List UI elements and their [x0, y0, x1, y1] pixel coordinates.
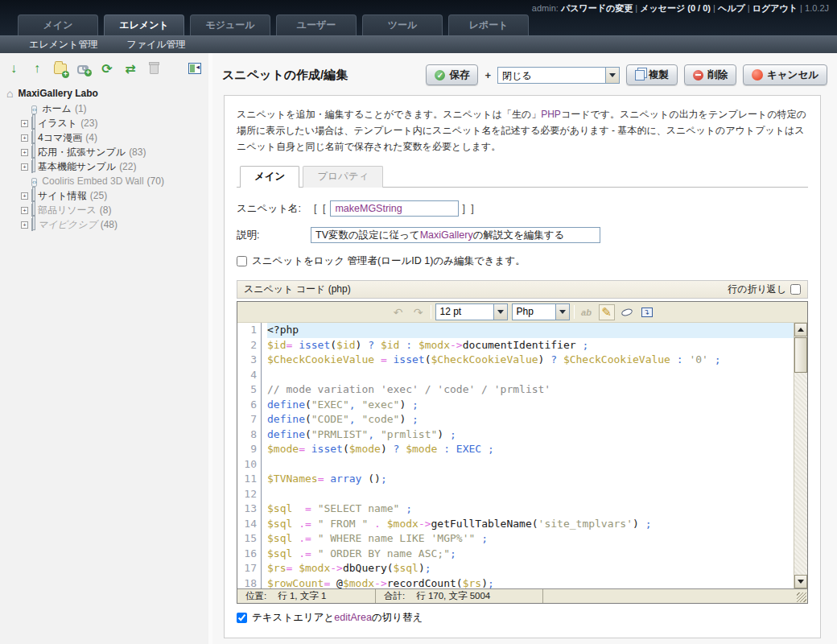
line-content: $rowCount= @$modx->recordCount($rs); [267, 576, 794, 589]
collapse-tree-icon[interactable]: ↑ [30, 61, 44, 76]
expand-tree-icon[interactable]: ↓ [6, 61, 21, 76]
expander-icon[interactable]: + [21, 149, 28, 156]
scrollbar-thumb[interactable] [794, 337, 807, 373]
tree-item[interactable]: +4コマ漫画(4) [6, 130, 205, 145]
redo-icon: ↷ [410, 304, 427, 320]
code-line[interactable]: 6define("EXEC", "exec") ; [237, 398, 794, 413]
go-to-line-icon[interactable]: ↴ [639, 304, 655, 320]
collapse-panel-icon[interactable] [188, 61, 202, 76]
code-line[interactable]: 8define("PRMLIST", "prmlist") ; [237, 427, 794, 443]
vertical-scrollbar[interactable] [794, 323, 807, 588]
code-line[interactable]: 15$sql .= " WHERE name LIKE 'MGP%'" ; [237, 531, 794, 547]
rehighlight-icon[interactable]: ✎ [599, 304, 615, 320]
line-content: // mode variation 'exec' / 'code' / 'prm… [267, 382, 794, 398]
separator: | [745, 3, 752, 13]
tree-item[interactable]: +応用・拡張サンプル(83) [6, 145, 205, 159]
delete-button[interactable]: 削除 [684, 64, 736, 85]
nav-tab-モジュール[interactable]: モジュール [190, 14, 270, 35]
lock-snippet-label: スニペットをロック 管理者(ロールID 1)のみ編集できます。 [252, 254, 526, 268]
position-label: 位置: [245, 590, 266, 602]
scroll-down-icon[interactable] [794, 575, 807, 588]
bracket-open: [ [ [314, 203, 327, 214]
code-line[interactable]: 16$sql .= " ORDER BY name ASC;"; [237, 547, 794, 562]
change-password-link[interactable]: パスワードの変更 [561, 3, 633, 13]
editarea-toggle-checkbox[interactable] [237, 613, 247, 623]
tree-items: ‹›ホーム(1)+イラスト(23)+4コマ漫画(4)+応用・拡張サンプル(83)… [6, 101, 205, 232]
editor-body[interactable]: 1<?php2$id= isset($id) ? $id : $modx->do… [237, 323, 807, 588]
line-content: $sql .= " WHERE name LIKE 'MGP%'" ; [267, 531, 794, 547]
subnav-item-ファイル管理[interactable]: ファイル管理 [126, 38, 185, 52]
expander-icon[interactable]: + [21, 221, 28, 229]
code-line[interactable]: 2$id= isset($id) ? $id : $modx->document… [237, 338, 794, 353]
tab-プロパティ[interactable]: プロパティ [303, 166, 383, 188]
code-section-title: スニペット コード (php) [244, 283, 351, 296]
expander-icon[interactable]: + [21, 163, 28, 171]
syntax-select[interactable]: Php [512, 303, 570, 320]
code-line[interactable]: 14$sql .= " FROM " . $modx->getFullTable… [237, 517, 794, 532]
nav-tab-エレメント[interactable]: エレメント [104, 14, 184, 35]
tree-item[interactable]: ‹›ホーム(1) [6, 101, 205, 116]
editarea-toggle-label: テキストエリアとeditAreaの切り替え [252, 611, 423, 625]
save-button[interactable]: 保存 [426, 64, 478, 85]
expander-icon[interactable]: + [21, 192, 28, 200]
new-weblink-icon[interactable] [76, 61, 91, 76]
scroll-up-icon[interactable] [794, 323, 807, 336]
code-line[interactable]: 4 [237, 368, 794, 383]
tree-item[interactable]: ‹›Cooliris Embed 3D Wall(70) [6, 174, 205, 188]
code-line[interactable]: 9$mode= isset($mode) ? $mode : EXEC ; [237, 442, 794, 457]
nav-tab-メイン[interactable]: メイン [18, 14, 98, 35]
tree-item[interactable]: +基本機能サンプル(22) [6, 159, 205, 174]
snippet-form: スニペット名: [ [ makeMGString ] ] 説明: TV変数の設定… [237, 200, 808, 268]
position-value: 行 1, 文字 1 [278, 590, 326, 602]
code-line[interactable]: 17$rs= $modx->dbQuery($sql); [237, 561, 794, 576]
new-document-icon[interactable] [53, 61, 68, 76]
after-save-select[interactable]: 閉じる [497, 67, 620, 84]
expander-icon[interactable]: + [21, 134, 28, 142]
version-label: | 1.0.2J [798, 3, 829, 13]
line-number: 11 [237, 472, 262, 487]
sort-tree-icon[interactable]: ⇄ [123, 61, 138, 76]
duplicate-button[interactable]: 複製 [626, 64, 678, 85]
nav-tab-レポート[interactable]: レポート [448, 14, 529, 35]
tree-item[interactable]: +部品リソース(8) [6, 203, 205, 217]
snippet-name-label: スニペット名: [237, 202, 311, 216]
pages-icon [31, 132, 33, 143]
code-line[interactable]: 18$rowCount= @$modx->recordCount($rs); [237, 576, 794, 589]
subnav-item-エレメント管理[interactable]: エレメント管理 [29, 38, 97, 52]
tree-root[interactable]: ⌂ MaxiGallery Labo [6, 85, 205, 101]
line-number: 4 [237, 368, 262, 383]
font-size-select[interactable]: 12 pt [435, 303, 508, 320]
expander-icon[interactable]: + [21, 207, 28, 214]
editor-toolbar: ↶ ↷ 12 pt Php ab ✎ ↴ [237, 302, 807, 323]
tree-item-count: (48) [101, 219, 118, 230]
code-line[interactable]: 13$sql = "SELECT name" ; [237, 502, 794, 517]
line-content [267, 457, 794, 473]
code-line[interactable]: 12 [237, 487, 794, 502]
nav-tab-ユーザー[interactable]: ユーザー [276, 14, 357, 35]
lock-snippet-checkbox[interactable] [237, 256, 247, 266]
expander-icon[interactable]: + [21, 120, 28, 127]
refresh-tree-icon[interactable]: ⟳ [100, 61, 114, 76]
resize-grip[interactable] [797, 592, 806, 602]
snippet-name-input[interactable]: makeMGString [330, 200, 459, 217]
code-line[interactable]: 3$CheckCookieValue = isset($CheckCookieV… [237, 353, 794, 368]
code-line[interactable]: 5// mode variation 'exec' / 'code' / 'pr… [237, 382, 794, 398]
line-number: 1 [237, 323, 262, 338]
logout-link[interactable]: ログアウト [752, 3, 798, 13]
cancel-button[interactable]: キャンセル [743, 64, 827, 85]
tree-item[interactable]: +イラスト(23) [6, 116, 205, 130]
tree-item[interactable]: +マイピクシブ(48) [6, 217, 205, 232]
code-line[interactable]: 10 [237, 457, 794, 473]
code-line[interactable]: 1<?php [237, 323, 794, 338]
description-input[interactable]: TV変数の設定に従ってMaxiGalleryの解説文を編集する [311, 227, 600, 243]
line-content: <?php [267, 323, 794, 338]
word-wrap-checkbox[interactable] [790, 284, 801, 295]
tab-メイン[interactable]: メイン [240, 166, 299, 188]
reset-highlight-icon[interactable] [619, 304, 635, 320]
messages-link[interactable]: メッセージ (0 / 0) [640, 3, 711, 13]
code-line[interactable]: 11$TVNames= array (); [237, 472, 794, 487]
tree-item[interactable]: +サイト情報(25) [6, 188, 205, 203]
nav-tab-ツール[interactable]: ツール [362, 14, 443, 35]
help-link[interactable]: ヘルプ [718, 3, 745, 13]
code-line[interactable]: 7define("CODE", "code") ; [237, 412, 794, 427]
